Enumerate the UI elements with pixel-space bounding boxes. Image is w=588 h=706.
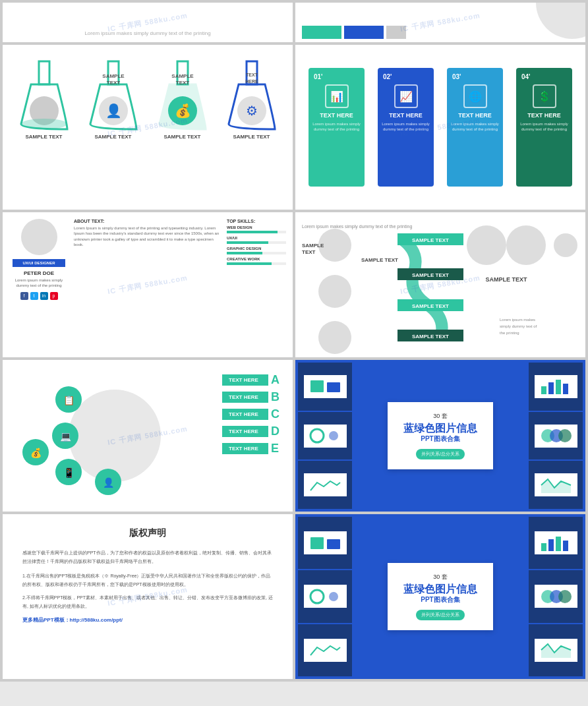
card-title-3: TEXT HERE [458, 112, 492, 119]
thumb-r3 [529, 461, 583, 509]
svg-text:SAMPLE TEXT: SAMPLE TEXT [361, 257, 398, 263]
row5-left: IC 千库网 588ku.com 版权声明 感谢您下载千库网平台上提供的PPT作… [3, 514, 293, 679]
svg-point-64 [310, 590, 324, 603]
thumb-inner-1 [304, 375, 347, 398]
svg-text:⚙: ⚙ [246, 103, 258, 118]
letter-d: D [271, 425, 279, 438]
svg-text:SAMPLE TEXT: SAMPLE TEXT [412, 303, 449, 309]
info-card-2: 02' 📈 TEXT HERE Lorem ipsum makes simply… [378, 68, 434, 187]
about-text: Lorem Ipsum is simply dummy text of the … [74, 225, 221, 248]
thumb-r3-inner [535, 473, 577, 496]
row4-left: IC 千库网 588ku.com 📋 💻 💰 📱 👤 TEXT HERE A T… [3, 360, 293, 512]
resume-right: TOP SKILLS: WEB DESIGN UX/UI GRAPHIC DES… [227, 219, 286, 300]
flask-item-4: ⚙ TEXT HERE SAMPLE TEXT [225, 58, 278, 140]
flask-item-1: SAMPLE TEXT [18, 58, 71, 140]
info-card-4: 04' 💲 TEXT HERE Lorem ipsum makes simply… [516, 68, 572, 187]
card-text-4: Lorem ipsum makes simply dummy text of t… [519, 121, 570, 132]
svg-rect-51 [310, 380, 324, 392]
ppt-title-line1: 蓝绿色图片信息 [397, 422, 483, 434]
card-icon-3: 🌐 [463, 84, 487, 108]
text-list: TEXT HERE A TEXT HERE B TEXT HERE C TEXT… [222, 373, 279, 456]
card-text-3: Lorem ipsum makes simply dummy text of t… [450, 121, 500, 132]
card-icon-2: 📈 [394, 84, 418, 108]
card-num-1: 01' [311, 73, 323, 80]
svg-rect-55 [541, 386, 546, 394]
svg-text:the printing: the printing [500, 331, 519, 335]
svg-text:SAMPLE: SAMPLE [102, 73, 125, 79]
skill-2: UX/UI [227, 236, 286, 244]
skill-label-4: CREATIVE WORK [227, 257, 286, 261]
row5-right: 30 套 蓝绿色图片信息 PPT图表合集 并列关系/总分关系 [295, 514, 585, 679]
svg-text:TEXT: TEXT [246, 73, 258, 77]
ppt2-white-box: 30 套 蓝绿色图片信息 PPT图表合集 并列关系/总分关系 [388, 563, 493, 630]
card-text-1: Lorem ipsum makes simply dummy text of t… [311, 121, 362, 132]
flask-row: SAMPLE TEXT 👤 SAMPLE TEXT SAMPLE TEXT [3, 45, 293, 143]
row3-right: IC 千库网 588ku.com Lorem ipsum makes simpl… [295, 212, 585, 357]
copyright: 版权声明 感谢您下载千库网平台上提供的PPT作品，为了您和作者的权益以及原创作者… [3, 514, 293, 637]
svg-text:TEXT: TEXT [302, 249, 316, 255]
text-item-b: TEXT HERE B [222, 390, 279, 404]
flask-svg-2: 👤 SAMPLE TEXT [87, 58, 140, 131]
copyright-title: 版权声明 [22, 527, 273, 539]
ppt2-thumb-2 [298, 570, 352, 622]
skill-label-2: UX/UI [227, 236, 286, 240]
text-label-e: TEXT HERE [222, 443, 268, 454]
skill-label-3: GRAPHIC DESIGN [227, 247, 286, 250]
flask-item-3: 💰 SAMPLE TEXT SAMPLE TEXT [156, 58, 209, 140]
row1-right: IC 千库网 588ku.com [295, 3, 585, 42]
thumb-3 [298, 461, 352, 509]
text-item-d: TEXT HERE D [222, 425, 279, 438]
decoration-circle [506, 3, 585, 42]
card-num-4: 04' [519, 73, 531, 80]
card-title-2: TEXT HERE [389, 112, 423, 119]
svg-rect-57 [556, 380, 561, 394]
svg-text:💻: 💻 [60, 431, 72, 442]
svg-rect-58 [563, 384, 568, 394]
svg-text:SAMPLE TEXT: SAMPLE TEXT [485, 276, 527, 283]
ppt-cover-2: 30 套 蓝绿色图片信息 PPT图表合集 并列关系/总分关系 [295, 514, 585, 679]
thumb-inner-3 [304, 473, 347, 496]
ppt2-main: 30 套 蓝绿色图片信息 PPT图表合集 并列关系/总分关系 [355, 514, 526, 679]
ppt2-thumb-r1 [529, 517, 583, 569]
svg-text:💰: 💰 [30, 448, 42, 459]
ppt2-thumb3-inner [304, 639, 347, 662]
text-item-e: TEXT HERE E [222, 442, 279, 456]
letter-c: C [271, 407, 279, 421]
skill-4: CREATIVE WORK [227, 257, 286, 265]
svg-text:Lorem ipsum makes: Lorem ipsum makes [500, 318, 535, 322]
resume-name: PETER DOE [24, 270, 54, 276]
info-cards: 01' 📊 TEXT HERE Lorem ipsum makes simply… [295, 45, 585, 210]
svg-rect-52 [327, 382, 340, 392]
card-icon-1: 📊 [325, 84, 349, 108]
ppt2-title-line2: PPT图表合集 [397, 595, 483, 604]
svg-rect-63 [327, 539, 340, 549]
svg-rect-69 [563, 541, 568, 551]
ppt2-thumb-r3-inner [535, 639, 577, 662]
svg-text:TEXT: TEXT [106, 80, 120, 86]
skill-3: GRAPHIC DESIGN [227, 247, 286, 254]
copyright-link[interactable]: 更多精品PPT模板：http://588ku.com/ppt/ [22, 616, 273, 624]
svg-rect-1 [39, 61, 49, 84]
ppt-white-box: 30 套 蓝绿色图片信息 PPT图表合集 并列关系/总分关系 [388, 402, 493, 469]
ppt2-tag: 并列关系/总分关系 [416, 610, 465, 620]
ppt2-num-sets: 30 套 [397, 573, 483, 581]
card-title-4: TEXT HERE [527, 112, 561, 119]
svg-text:👤: 👤 [103, 477, 115, 488]
resume-badge: UX/UI DESIGNER [13, 259, 65, 267]
ppt-thumbs-right [526, 360, 585, 512]
svg-point-0 [536, 3, 585, 39]
ppt-main: 30 套 蓝绿色图片信息 PPT图表合集 并列关系/总分关系 [355, 360, 526, 512]
thumb-inner-2 [304, 425, 347, 448]
card-icon-4: 💲 [533, 84, 556, 108]
flask-svg-4: ⚙ TEXT HERE [225, 58, 278, 131]
letter-a: A [271, 373, 279, 387]
letter-b: B [271, 390, 279, 404]
letter-e: E [271, 442, 279, 456]
social-icons: f t in p [20, 292, 58, 300]
svg-point-24 [554, 233, 577, 257]
svg-point-54 [329, 431, 338, 440]
ppt2-thumb-r3 [529, 624, 583, 676]
card-num-3: 03' [450, 73, 461, 80]
row3-left: IC 千库网 588ku.com UX/UI DESIGNER PETER DO… [3, 212, 293, 357]
ppt2-thumb-r2-inner [535, 585, 577, 608]
